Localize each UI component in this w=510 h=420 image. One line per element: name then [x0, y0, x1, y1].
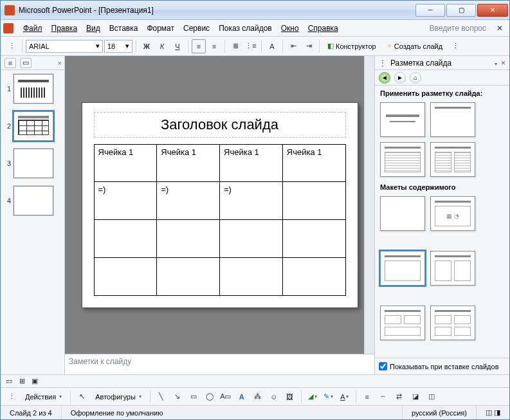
taskpane-close-button[interactable]: × — [501, 59, 505, 68]
toolbar-overflow-1[interactable]: ⋮ — [5, 39, 19, 53]
slide-thumb-1[interactable]: 1 — [5, 74, 60, 104]
cell-1-2[interactable]: =) — [220, 182, 283, 220]
underline-button[interactable]: Ч — [170, 39, 185, 53]
designer-button[interactable]: ◧Конструктор — [323, 39, 381, 53]
cell-2-1[interactable] — [157, 220, 220, 258]
taskpane-menu-button[interactable] — [493, 59, 497, 68]
rect-tool[interactable]: ▭ — [187, 390, 201, 404]
nav-home-button[interactable]: ⌂ — [410, 72, 421, 84]
decrease-indent-button[interactable]: ⇤ — [286, 39, 300, 53]
toolbar-overflow-2[interactable]: ⋮ — [448, 39, 462, 53]
show-on-insert-label: Показывать при вставке слайдов — [390, 363, 499, 370]
layout-blank[interactable] — [380, 196, 425, 231]
arrow-tool[interactable]: ↘ — [170, 390, 185, 404]
tp-handle-icon[interactable]: ⋮ — [379, 59, 387, 68]
layout-content[interactable]: ▦ ◔ — [430, 196, 475, 231]
minimize-button[interactable]: ─ — [415, 4, 445, 17]
bulleted-list-button[interactable]: ⋮≡ — [244, 39, 258, 53]
toolbar-overflow-3[interactable]: ⋮ — [5, 390, 19, 404]
slide-table[interactable]: Ячейка 1Ячейка 1Ячейка 1Ячейка 1 =)=)=) — [94, 144, 346, 296]
maximize-button[interactable]: ▢ — [446, 4, 476, 17]
line-color-button[interactable]: ✎ — [322, 390, 336, 404]
fill-color-button[interactable]: ◢ — [305, 390, 320, 404]
line-tool[interactable]: ╲ — [154, 390, 168, 404]
diagram-tool[interactable]: ⁂ — [251, 390, 265, 404]
cell-0-1[interactable]: Ячейка 1 — [157, 144, 220, 182]
layout-title-slide[interactable] — [380, 102, 425, 137]
nav-forward-button[interactable]: ► — [394, 72, 406, 84]
cell-3-3[interactable] — [282, 257, 345, 295]
layout-title-text[interactable] — [380, 142, 425, 177]
arrow-style-button[interactable]: ⇄ — [392, 390, 406, 404]
textbox-tool[interactable]: A▭ — [219, 390, 233, 404]
cell-3-1[interactable] — [157, 257, 220, 295]
menu-help[interactable]: Справка — [304, 22, 343, 35]
increase-indent-button[interactable]: ⇥ — [302, 39, 316, 53]
status-language[interactable]: русский (Россия) — [403, 406, 477, 419]
cell-2-0[interactable] — [94, 220, 157, 258]
slide-canvas[interactable]: Заголовок слайда Ячейка 1Ячейка 1Ячейка … — [82, 102, 358, 308]
italic-button[interactable]: К — [155, 39, 169, 53]
panel-close-icon[interactable]: × — [58, 59, 64, 67]
numbered-list-button[interactable]: ≣ — [228, 39, 242, 53]
layout-c1[interactable] — [380, 306, 425, 340]
bold-button[interactable]: Ж — [140, 39, 154, 53]
sorter-view-button[interactable]: ⊞ — [16, 376, 28, 387]
cell-2-2[interactable] — [220, 220, 283, 258]
autoshapes-menu[interactable]: Автофигуры — [91, 390, 146, 404]
cell-0-2[interactable]: Ячейка 1 — [220, 144, 283, 182]
layout-c2[interactable] — [430, 306, 475, 340]
show-on-insert-checkbox[interactable] — [379, 362, 387, 370]
cell-0-0[interactable]: Ячейка 1 — [94, 144, 157, 182]
slides-tab[interactable]: ▭ — [20, 58, 32, 68]
normal-view-button[interactable]: ▭ — [3, 376, 15, 387]
menu-insert[interactable]: Вставка — [105, 22, 143, 35]
cell-0-3[interactable]: Ячейка 1 — [282, 144, 345, 182]
font-color-button[interactable]: A — [338, 390, 352, 404]
layout-two-content[interactable] — [430, 251, 475, 286]
slide-title-placeholder[interactable]: Заголовок слайда — [94, 112, 346, 138]
font-size-up-button[interactable]: A — [265, 39, 279, 53]
align-center-button[interactable]: ≡ — [207, 39, 221, 53]
menu-file[interactable]: Файл — [19, 22, 47, 35]
font-select[interactable]: ARIAL▾ — [26, 40, 103, 53]
cell-3-2[interactable] — [220, 257, 283, 295]
outline-tab[interactable]: ≡ — [5, 58, 16, 68]
layout-title-only[interactable] — [430, 102, 475, 137]
menu-edit[interactable]: Правка — [47, 22, 82, 35]
picture-tool[interactable]: 🖼 — [283, 390, 297, 404]
align-left-button[interactable]: ≡ — [192, 39, 206, 53]
cell-1-0[interactable]: =) — [94, 182, 157, 220]
menu-format[interactable]: Формат — [142, 22, 179, 35]
menu-slideshow[interactable]: Показ слайдов — [214, 22, 277, 35]
dash-style-button[interactable]: ┄ — [376, 390, 390, 404]
close-button[interactable]: ✕ — [477, 4, 508, 17]
menu-window[interactable]: Окно — [277, 22, 304, 35]
cell-2-3[interactable] — [282, 220, 345, 258]
editor-vscrollbar[interactable] — [364, 56, 374, 354]
shadow-button[interactable]: ◪ — [408, 390, 423, 404]
actions-menu[interactable]: Действия — [21, 390, 66, 404]
pointer-tool[interactable]: ↖ — [75, 390, 89, 404]
slide-thumb-4[interactable]: 4 — [5, 186, 60, 215]
slideshow-view-button[interactable]: ▣ — [29, 376, 41, 387]
cell-1-3[interactable] — [282, 182, 345, 220]
nav-back-button[interactable]: ◄ — [379, 72, 390, 84]
layout-two-text[interactable] — [430, 142, 475, 177]
line-weight-button[interactable]: ≡ — [360, 390, 374, 404]
font-size-select[interactable]: 18▾ — [104, 40, 132, 53]
cell-1-1[interactable]: =) — [157, 182, 220, 220]
menu-view[interactable]: Вид — [82, 22, 105, 35]
3d-button[interactable]: ◫ — [424, 390, 439, 404]
menu-tools[interactable]: Сервис — [179, 22, 214, 35]
clipart-tool[interactable]: ☺ — [267, 390, 281, 404]
oval-tool[interactable]: ◯ — [203, 390, 217, 404]
notes-pane[interactable]: Заметки к слайду — [65, 354, 374, 374]
slide-thumb-2[interactable]: 2 — [5, 111, 60, 141]
doc-close-button[interactable]: ✕ — [496, 24, 503, 33]
wordart-tool[interactable]: A — [235, 390, 249, 404]
new-slide-button[interactable]: ✧Создать слайд — [382, 39, 447, 53]
layout-title-content-selected[interactable] — [380, 251, 425, 286]
cell-3-0[interactable] — [94, 257, 157, 295]
slide-thumb-3[interactable]: 3 — [5, 149, 60, 178]
